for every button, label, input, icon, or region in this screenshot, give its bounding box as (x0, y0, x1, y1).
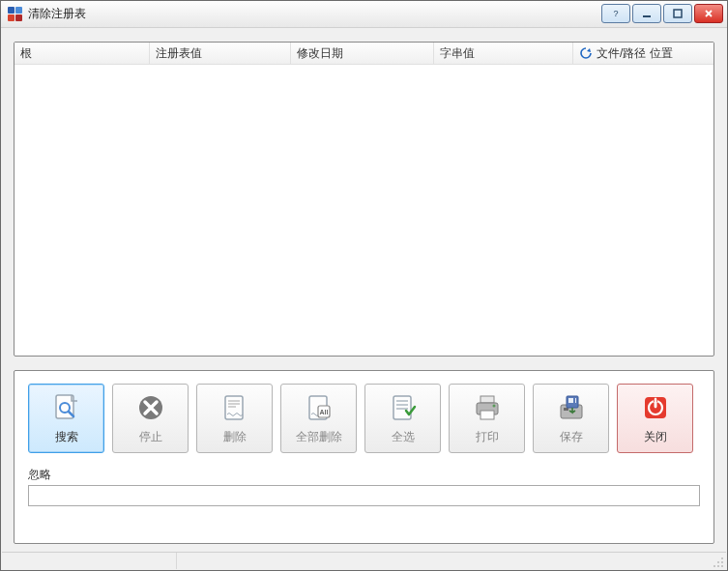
save-button[interactable]: 保存 (533, 384, 609, 453)
resize-grip-icon[interactable] (711, 555, 724, 568)
button-label: 删除 (223, 429, 247, 445)
svg-rect-14 (393, 396, 411, 419)
button-label: 全选 (392, 429, 415, 445)
window-close-button[interactable] (694, 4, 723, 23)
maximize-button[interactable] (663, 4, 692, 23)
statusbar (2, 552, 726, 569)
save-icon (555, 391, 588, 424)
column-header-file-path[interactable]: 文件/路径 位置 (573, 43, 713, 64)
column-label: 修改日期 (297, 45, 343, 62)
svg-text:All: All (319, 409, 328, 415)
select-all-button[interactable]: 全选 (364, 384, 441, 453)
help-button[interactable]: ? (601, 4, 630, 23)
ignore-input[interactable] (28, 485, 700, 506)
svg-point-34 (721, 561, 723, 563)
button-label: 全部删除 (296, 429, 342, 445)
window-title: 清除注册表 (28, 6, 86, 22)
stop-button[interactable]: 停止 (112, 384, 189, 453)
svg-rect-20 (480, 411, 494, 419)
svg-point-21 (492, 405, 495, 408)
minimize-button[interactable] (632, 4, 661, 23)
button-label: 关闭 (644, 429, 667, 445)
button-label: 停止 (139, 429, 162, 445)
search-button[interactable]: 搜索 (28, 384, 104, 453)
delete-button[interactable]: 删除 (196, 384, 273, 453)
svg-point-35 (713, 565, 715, 567)
delete-icon (218, 391, 251, 424)
column-label: 根 (20, 45, 32, 62)
ignore-row: 忽略 (28, 467, 700, 506)
power-icon (639, 391, 672, 424)
button-label: 保存 (560, 429, 583, 445)
refresh-icon (579, 46, 593, 60)
window: 清除注册表 ? 根 注册表值 (0, 0, 728, 571)
svg-point-33 (717, 561, 719, 563)
print-icon (471, 391, 504, 424)
search-icon (50, 391, 83, 424)
column-header-registry-value[interactable]: 注册表值 (150, 43, 291, 64)
list-header: 根 注册表值 修改日期 字串值 (15, 43, 713, 65)
column-label: 字串值 (440, 45, 475, 62)
titlebar: 清除注册表 ? (1, 1, 727, 28)
column-label: 文件/路径 位置 (597, 45, 673, 62)
svg-rect-18 (480, 396, 494, 403)
column-label: 注册表值 (156, 45, 202, 62)
client-area: 根 注册表值 修改日期 字串值 (1, 28, 727, 553)
toolbar-row: 搜索 停止 (28, 384, 700, 453)
column-header-string-value[interactable]: 字串值 (434, 43, 573, 64)
svg-rect-2 (674, 10, 682, 17)
button-label: 搜索 (55, 429, 78, 445)
svg-point-36 (717, 565, 719, 567)
delete-all-icon: All (303, 391, 335, 424)
svg-rect-26 (573, 398, 575, 403)
stop-icon (134, 391, 167, 424)
svg-point-32 (721, 557, 723, 559)
delete-all-button[interactable]: All 全部删除 (280, 384, 357, 453)
button-label: 打印 (476, 429, 499, 445)
ignore-label: 忽略 (28, 467, 700, 483)
toolbar-panel: 搜索 停止 (14, 370, 714, 544)
column-header-modify-date[interactable]: 修改日期 (291, 43, 434, 64)
window-controls: ? (601, 4, 723, 23)
results-list[interactable]: 根 注册表值 修改日期 字串值 (14, 42, 714, 357)
svg-point-37 (721, 565, 723, 567)
app-icon (7, 7, 22, 22)
close-button[interactable]: 关闭 (617, 384, 693, 453)
svg-rect-1 (643, 15, 651, 17)
svg-text:?: ? (613, 9, 618, 18)
select-all-icon (387, 391, 420, 424)
column-header-root[interactable]: 根 (15, 43, 150, 64)
status-cell (2, 553, 177, 569)
print-button[interactable]: 打印 (449, 384, 525, 453)
